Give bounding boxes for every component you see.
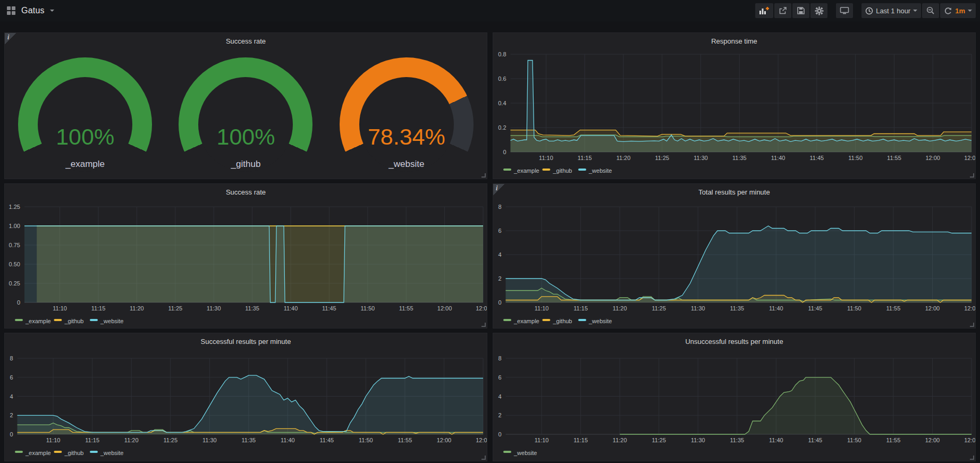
svg-text:11:10: 11:10 <box>539 155 553 161</box>
svg-text:11:40: 11:40 <box>281 437 295 443</box>
gauge-_website: 78.34%_website <box>326 47 487 179</box>
response-time-chart[interactable]: 11:1011:1511:2011:2511:3011:3511:4011:45… <box>493 33 975 179</box>
panel-title[interactable]: Successful results per minute <box>5 333 487 348</box>
legend-item-_github[interactable]: _github <box>54 318 83 324</box>
svg-text:0.75: 0.75 <box>9 242 20 248</box>
svg-text:11:15: 11:15 <box>91 305 106 312</box>
svg-text:11:35: 11:35 <box>730 437 744 443</box>
total-results-chart[interactable]: 11:1011:1511:2011:2511:3011:3511:4011:45… <box>493 184 975 328</box>
svg-text:11:15: 11:15 <box>578 155 592 161</box>
time-range-picker[interactable]: Last 1 hour <box>861 3 921 18</box>
svg-text:6: 6 <box>498 228 501 234</box>
svg-text:_website: _website <box>100 318 123 324</box>
svg-text:12:05: 12:05 <box>964 437 975 443</box>
time-range-label: Last 1 hour <box>876 7 910 15</box>
panel-resize-handle[interactable] <box>970 173 974 178</box>
legend-item-_github[interactable]: _github <box>542 167 572 174</box>
svg-text:11:30: 11:30 <box>207 305 221 312</box>
legend-item-_github[interactable]: _github <box>54 450 83 456</box>
refresh-button[interactable]: 1m <box>940 3 976 18</box>
add-panel-button[interactable] <box>755 3 773 18</box>
svg-text:11:40: 11:40 <box>769 305 783 312</box>
svg-text:4: 4 <box>498 393 501 400</box>
svg-text:11:10: 11:10 <box>53 305 67 312</box>
svg-text:11:50: 11:50 <box>847 305 861 312</box>
svg-text:8: 8 <box>498 204 501 210</box>
unsuccessful-results-chart[interactable]: 11:1011:1511:2011:2511:3011:3511:4011:45… <box>493 333 975 461</box>
panel-resize-handle[interactable] <box>970 456 974 460</box>
navbar: Gatus <box>0 0 980 21</box>
svg-text:11:30: 11:30 <box>694 155 708 161</box>
svg-text:11:35: 11:35 <box>241 437 256 443</box>
panel-info-icon[interactable]: i <box>5 33 16 45</box>
svg-text:11:20: 11:20 <box>613 437 627 443</box>
svg-text:11:30: 11:30 <box>202 437 217 443</box>
svg-text:0: 0 <box>498 431 501 437</box>
refresh-interval-label: 1m <box>955 7 965 15</box>
legend-item-_example[interactable]: _example <box>15 318 51 324</box>
dashboard-title[interactable]: Gatus <box>21 6 45 15</box>
legend-item-_example[interactable]: _example <box>503 318 539 324</box>
svg-text:0.25: 0.25 <box>9 280 20 287</box>
svg-text:_example: _example <box>25 450 51 456</box>
svg-text:0.6: 0.6 <box>498 75 506 82</box>
legend-item-_website[interactable]: _website <box>578 318 612 324</box>
gauge-value: 100% <box>5 124 165 150</box>
svg-text:12:05: 12:05 <box>476 437 487 443</box>
panel-title[interactable]: Response time <box>493 33 975 47</box>
legend-item-_github[interactable]: _github <box>542 318 572 324</box>
dashboard-caret-icon[interactable] <box>50 10 54 12</box>
svg-text:11:35: 11:35 <box>245 305 259 312</box>
svg-text:_github: _github <box>64 318 83 324</box>
svg-text:12:00: 12:00 <box>925 305 940 312</box>
settings-button[interactable] <box>810 3 827 18</box>
panel-info-icon[interactable]: i <box>493 184 505 196</box>
zoom-out-button[interactable] <box>922 3 939 18</box>
legend-item-_website[interactable]: _website <box>503 450 537 456</box>
svg-text:6: 6 <box>498 374 501 381</box>
success-rate-chart[interactable]: 11:1011:1511:2011:2511:3011:3511:4011:45… <box>5 184 487 328</box>
panel-resize-handle[interactable] <box>481 456 486 460</box>
legend-item-_example[interactable]: _example <box>503 167 539 174</box>
panel-title[interactable]: Total results per minute <box>493 184 975 198</box>
panel-title[interactable]: Success rate <box>5 184 487 198</box>
legend-item-_website[interactable]: _website <box>90 318 123 324</box>
svg-text:2: 2 <box>498 275 501 282</box>
svg-text:_website: _website <box>588 318 612 324</box>
svg-text:_github: _github <box>552 167 572 174</box>
refresh-icon <box>944 6 952 15</box>
panel-resize-handle[interactable] <box>970 323 974 327</box>
svg-text:_github: _github <box>552 318 572 324</box>
panel-title[interactable]: Success rate <box>5 33 487 47</box>
svg-text:11:10: 11:10 <box>46 437 61 443</box>
gauge-value: 100% <box>165 124 326 150</box>
legend-item-_website[interactable]: _website <box>578 167 612 174</box>
panel-resize-handle[interactable] <box>481 323 486 327</box>
svg-text:12:05: 12:05 <box>964 155 975 161</box>
legend-item-_example[interactable]: _example <box>15 450 51 456</box>
clock-icon <box>865 7 873 15</box>
svg-text:11:45: 11:45 <box>810 155 824 161</box>
svg-text:_website: _website <box>100 450 123 456</box>
svg-text:2: 2 <box>10 412 13 418</box>
legend-item-_website[interactable]: _website <box>90 450 123 456</box>
svg-text:0.4: 0.4 <box>498 100 506 106</box>
svg-text:11:45: 11:45 <box>322 305 336 312</box>
successful-results-chart[interactable]: 11:1011:1511:2011:2511:3011:3511:4011:45… <box>5 333 487 461</box>
svg-text:11:25: 11:25 <box>163 437 178 443</box>
save-button[interactable] <box>792 3 809 18</box>
svg-text:11:50: 11:50 <box>360 305 375 312</box>
svg-text:11:10: 11:10 <box>535 305 549 312</box>
apps-grid-icon[interactable] <box>6 6 16 15</box>
monitor-icon <box>840 6 849 15</box>
share-button[interactable] <box>774 3 791 18</box>
svg-text:11:55: 11:55 <box>398 437 412 443</box>
svg-text:11:40: 11:40 <box>769 437 783 443</box>
panel-resize-handle[interactable] <box>481 173 486 178</box>
panel-title[interactable]: Unsuccessful results per minute <box>493 333 975 348</box>
panel-total-results: i Total results per minute 11:1011:1511:… <box>493 183 976 329</box>
tv-mode-button[interactable] <box>836 3 853 18</box>
svg-text:11:20: 11:20 <box>130 305 144 312</box>
svg-text:0: 0 <box>17 299 20 306</box>
svg-text:11:25: 11:25 <box>655 155 669 161</box>
